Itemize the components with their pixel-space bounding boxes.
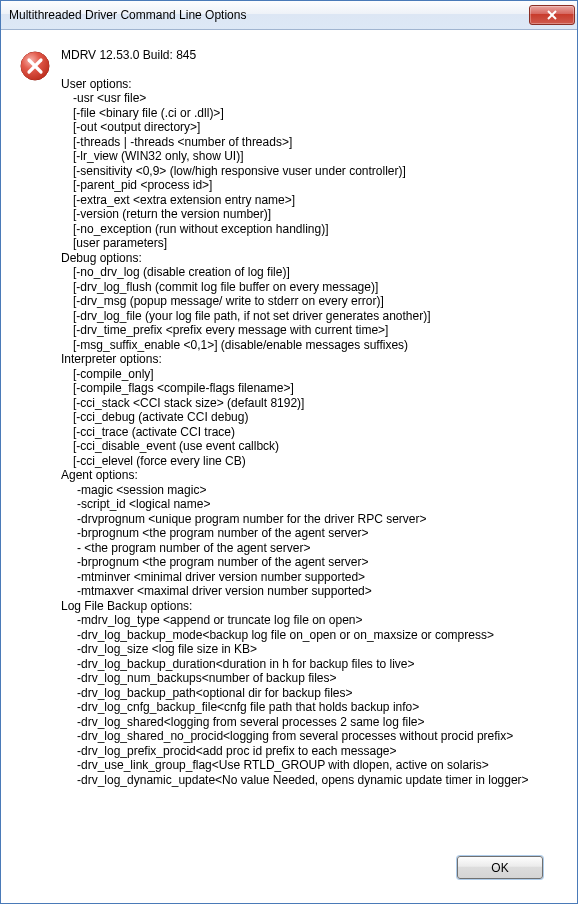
opt-line: [-threads | -threads <number of threads>… <box>61 135 559 150</box>
opt-line: -drv_log_shared<logging from several pro… <box>61 715 559 730</box>
titlebar: Multithreaded Driver Command Line Option… <box>1 1 577 30</box>
opt-line: - <the program number of the agent serve… <box>61 541 559 556</box>
message-text: MDRV 12.53.0 Build: 845 User options: -u… <box>61 48 559 787</box>
opt-line: [-no_exception (run without exception ha… <box>61 222 559 237</box>
opt-line: -drv_log_backup_path<optional dir for ba… <box>61 686 559 701</box>
heading-line: MDRV 12.53.0 Build: 845 <box>61 48 559 63</box>
opt-line: -drv_use_link_group_flag<Use RTLD_GROUP … <box>61 758 559 773</box>
opt-line: [-compile_only] <box>61 367 559 382</box>
close-button[interactable] <box>529 5 575 25</box>
opt-line: [-no_drv_log (disable creation of log fi… <box>61 265 559 280</box>
opt-line: [-cci_disable_event (use event callbck) <box>61 439 559 454</box>
opt-line: -brprognum <the program number of the ag… <box>61 526 559 541</box>
opt-line: -drvprognum <unique program number for t… <box>61 512 559 527</box>
opt-line: [-cci_elevel (force every line CB) <box>61 454 559 469</box>
opt-line: [-drv_log_file (your log file path, if n… <box>61 309 559 324</box>
opt-line: [-version (return the version number)] <box>61 207 559 222</box>
section-header: Debug options: <box>61 251 559 266</box>
opt-line: [-sensitivity <0,9> (low/high responsive… <box>61 164 559 179</box>
opt-line: [-drv_msg (popup message/ write to stder… <box>61 294 559 309</box>
opt-line: -mtminver <minimal driver version number… <box>61 570 559 585</box>
section-header: Log File Backup options: <box>61 599 559 614</box>
opt-line: -drv_log_shared_no_procid<logging from s… <box>61 729 559 744</box>
opt-line: -drv_log_num_backups<number of backup fi… <box>61 671 559 686</box>
close-icon <box>547 10 557 20</box>
footer: OK <box>19 848 559 893</box>
opt-line: -drv_log_backup_mode<backup log file on_… <box>61 628 559 643</box>
opt-line: [-parent_pid <process id>] <box>61 178 559 193</box>
opt-line: [-compile_flags <compile-flags filename>… <box>61 381 559 396</box>
opt-line: [-lr_view (WIN32 only, show UI)] <box>61 149 559 164</box>
ok-button[interactable]: OK <box>457 856 543 879</box>
opt-line: [-file <binary file (.ci or .dll)>] <box>61 106 559 121</box>
client-area: MDRV 12.53.0 Build: 845 User options: -u… <box>1 30 577 903</box>
opt-line: [-cci_debug (activate CCI debug) <box>61 410 559 425</box>
opt-line: -magic <session magic> <box>61 483 559 498</box>
opt-line: -brprognum <the program number of the ag… <box>61 555 559 570</box>
opt-line: -drv_log_prefix_procid<add proc id prefi… <box>61 744 559 759</box>
opt-line: [-cci_trace (activate CCI trace) <box>61 425 559 440</box>
opt-line: [-out <output directory>] <box>61 120 559 135</box>
opt-line: [-extra_ext <extra extension entry name>… <box>61 193 559 208</box>
opt-line: [-cci_stack <CCI stack size> (default 81… <box>61 396 559 411</box>
opt-line: -drv_log_backup_duration<duration in h f… <box>61 657 559 672</box>
opt-line: [-msg_suffix_enable <0,1>] (disable/enab… <box>61 338 559 353</box>
opt-line: -drv_log_size <log file size in KB> <box>61 642 559 657</box>
dialog-window: Multithreaded Driver Command Line Option… <box>0 0 578 904</box>
opt-line: -mdrv_log_type <append or truncate log f… <box>61 613 559 628</box>
opt-line: -usr <usr file> <box>61 91 559 106</box>
content-row: MDRV 12.53.0 Build: 845 User options: -u… <box>19 48 559 848</box>
section-header: Agent options: <box>61 468 559 483</box>
error-icon <box>19 50 51 82</box>
section-header: User options: <box>61 77 559 92</box>
opt-line: [-drv_time_prefix <prefix every message … <box>61 323 559 338</box>
opt-line: [-drv_log_flush (commit log file buffer … <box>61 280 559 295</box>
opt-line: -script_id <logical name> <box>61 497 559 512</box>
opt-line: -drv_log_dynamic_update<No value Needed,… <box>61 773 559 788</box>
section-header: Interpreter options: <box>61 352 559 367</box>
window-title: Multithreaded Driver Command Line Option… <box>9 8 246 22</box>
opt-line: -drv_log_cnfg_backup_file<cnfg file path… <box>61 700 559 715</box>
opt-line: -mtmaxver <maximal driver version number… <box>61 584 559 599</box>
opt-line: [user parameters] <box>61 236 559 251</box>
